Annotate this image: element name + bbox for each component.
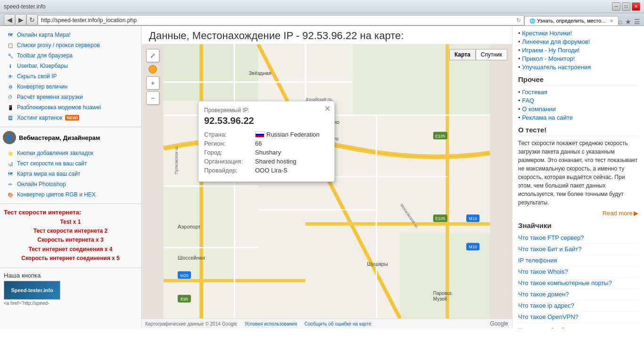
home-icon[interactable]: ⌂ (619, 18, 622, 25)
sidebar-item-loadtime[interactable]: ⏱ Расчёт времени загрузки (4, 92, 137, 102)
sidebar-item-bookmarks[interactable]: ⭐ Кнопки добавления закладок (4, 148, 137, 158)
game-item-2[interactable]: Линеечки для форумов! (518, 38, 638, 45)
popup-region-row: Регион: 66 (204, 140, 329, 147)
browser-chrome: speed-tester.info ─ □ ✕ ◀ ▶ ↻ http://spe… (0, 0, 644, 26)
map-footer: Картографические данные © 2014 Google Ус… (141, 318, 512, 328)
chart-icon: 📊 (7, 160, 14, 167)
our-button-label: Наша кнопка (4, 272, 137, 279)
sidebar-item-photoshop[interactable]: ✏ Онлайн Photoshop (4, 179, 137, 189)
address-bar[interactable]: http://speed-tester.info/ip_location.php… (38, 15, 524, 25)
star-icon: ⭐ (7, 149, 14, 157)
svg-text:Паровоз.: Паровоз. (433, 291, 453, 296)
znachki-title: Знайчики (518, 221, 638, 229)
back-button[interactable]: ◀ (4, 14, 15, 25)
prochee-item-1[interactable]: Гостевая (518, 89, 638, 96)
button-image: Speed-tester.info (4, 281, 60, 300)
znachki-whois[interactable]: Что такое Whois? (518, 266, 638, 278)
sidebar-item-worldmap[interactable]: 🗺 Карта мира на ваш сайт (4, 169, 137, 179)
game-item-3[interactable]: Играем - Ну Погоди! (518, 47, 638, 54)
star-icon[interactable]: ★ (625, 18, 631, 25)
znachki-ftp[interactable]: Что такое FTP сервер? (518, 232, 638, 244)
content-area: Данные, Местонахождение IP - 92.53.96.22… (141, 26, 512, 328)
speed-test-link-4[interactable]: Тест интернет соединения х 4 (4, 245, 137, 254)
map-and-info: Пулковское ш. Дунайский пр. Московское ш… (141, 44, 512, 328)
svg-text:Шоссейная: Шоссейная (178, 255, 205, 261)
popup-region-label: Регион: (204, 140, 251, 147)
game-item-1[interactable]: Крестики Нолики! (518, 30, 638, 37)
svg-text:M10: M10 (469, 216, 477, 221)
close-button[interactable]: ✕ (632, 2, 640, 11)
browser-nav-icons: ⌂ ★ ☰ (619, 18, 640, 25)
fullscreen-button[interactable]: ⤢ (146, 49, 159, 62)
speed-test-link-2[interactable]: Тест скорости интернета 2 (4, 227, 137, 236)
speed-test-link-3[interactable]: Скорость интернета х 3 (4, 236, 137, 245)
prochee-item-4[interactable]: Реклама на сайте (518, 114, 638, 121)
zoom-in-button[interactable]: + (146, 76, 159, 90)
page-title: Данные, Местонахождение IP - 92.53.96.22… (149, 30, 504, 42)
map-container[interactable]: Пулковское ш. Дунайский пр. Московское ш… (141, 44, 512, 318)
url-text: http://speed-tester.info/ip_location.php (41, 17, 514, 24)
gear-icon: ⚙ (7, 83, 14, 90)
znachki-ip-address[interactable]: Что такое ip адрес? (518, 300, 638, 311)
speed-test-section-title: Тест скорости интернета: (4, 209, 137, 216)
svg-rect-4 (164, 186, 235, 281)
tab-close-button[interactable]: ✕ (610, 18, 613, 24)
sidebar-item-proxy[interactable]: 📋 Списки proxy / прокси серверов (4, 40, 137, 50)
minimize-button[interactable]: ─ (612, 2, 620, 11)
refresh-button[interactable]: ↻ (26, 14, 38, 25)
sidebar-item-map[interactable]: 🗺 Онлайн карта Мира! (4, 30, 137, 40)
toolbar-icon: 🔧 (7, 52, 14, 59)
speed-test-link-5[interactable]: Скорость интернет соединения х 5 (4, 254, 137, 263)
sidebar-item-huawei[interactable]: 📱 Разблокировка модемов huawei (4, 102, 137, 113)
sidebar-item-speed-test[interactable]: 📊 Тест скорости на ваш сайт (4, 158, 137, 169)
title-bar: speed-tester.info ─ □ ✕ (0, 0, 644, 13)
main-layout: 🗺 Онлайн карта Мира! 📋 Списки proxy / пр… (0, 26, 644, 328)
map-terms-link[interactable]: Условия использования (245, 321, 297, 327)
read-all-znachki-link[interactable]: Читать все Знайчики... ▶ (518, 327, 638, 328)
speed-test-section: Тест скорости интернета: Test x 1 Тест с… (0, 206, 141, 266)
sidebar-item-userbar[interactable]: ℹ Userbar, Юзербары (4, 61, 137, 71)
pegman-icon[interactable] (149, 65, 157, 74)
sidebar-item-colorconverter[interactable]: 🎨 Конвертер цветов RGB и HEX (4, 189, 137, 200)
znachki-openvpn[interactable]: Что такое OpenVPN? (518, 311, 638, 323)
svg-text:M10: M10 (469, 245, 477, 249)
map-report-link[interactable]: Сообщить об ошибке на карте (305, 321, 372, 327)
tab-title: Узнать, определить, место... (537, 18, 605, 24)
sidebar-item-converter[interactable]: ⚙ Конвертер величин (4, 82, 137, 92)
satellite-view-button[interactable]: Спутник (476, 49, 507, 60)
znachki-domain[interactable]: Что такое домен? (518, 289, 638, 300)
game-item-4[interactable]: Прикол - Монитор! (518, 55, 638, 62)
webmasters-group-header[interactable]: 👤 Вебмастерам, Дизайнерам (0, 129, 141, 146)
tabs-bar: ◀ ▶ ↻ http://speed-tester.info/ip_locati… (0, 13, 644, 25)
map-controls: ⤢ + − (146, 49, 159, 105)
popup-close-button[interactable]: ✕ (324, 104, 330, 113)
forward-button[interactable]: ▶ (15, 14, 26, 25)
popup-ip-address: 92.53.96.22 (204, 115, 329, 126)
prochee-section: Гостевая FAQ О компании Реклама на сайте (518, 89, 638, 121)
read-more-link[interactable]: Read more ▶ (603, 210, 638, 217)
svg-text:Пулковское ш.: Пулковское ш. (174, 146, 179, 174)
znachki-ports[interactable]: Что такое компьютерные порты? (518, 278, 638, 289)
button-code: <a href="http://speed- (4, 301, 137, 306)
sidebar-item-toolbar[interactable]: 🔧 Toolbar для браузера (4, 50, 137, 61)
znachki-bit-byte[interactable]: Что такое Бит и Байт? (518, 244, 638, 255)
map-view-button[interactable]: Карта (449, 49, 476, 60)
speed-test-link-1[interactable]: Test x 1 (4, 218, 137, 227)
svg-text:Звёздная: Звёздная (248, 70, 271, 76)
active-tab[interactable]: 🌐 Узнать, определить, место... ✕ (524, 16, 618, 25)
sidebar-item-hide-ip[interactable]: 👁 Скрыть свой IP (4, 71, 137, 82)
maximize-button[interactable]: □ (622, 2, 630, 11)
popup-country-label: Страна: (204, 131, 251, 138)
prochee-item-2[interactable]: FAQ (518, 97, 638, 104)
svg-text:Аэропорт: Аэропорт (178, 224, 200, 229)
group-avatar: 👤 (3, 131, 16, 144)
zoom-out-button[interactable]: − (146, 91, 159, 105)
our-button-section: Наша кнопка Speed-tester.info <a href="h… (0, 270, 141, 308)
settings-icon[interactable]: ☰ (634, 18, 640, 25)
popup-org-value: Shared hosting (255, 158, 296, 165)
sidebar-item-hosting[interactable]: 🖼 Хостинг картинок NEW! (4, 113, 137, 123)
znachki-ip-telephony[interactable]: IP телефония (518, 255, 638, 266)
map-copyright: Картографические данные © 2014 Google (145, 321, 237, 327)
prochee-item-3[interactable]: О компании (518, 106, 638, 113)
game-item-5[interactable]: Улучшатель настроения (518, 64, 638, 71)
